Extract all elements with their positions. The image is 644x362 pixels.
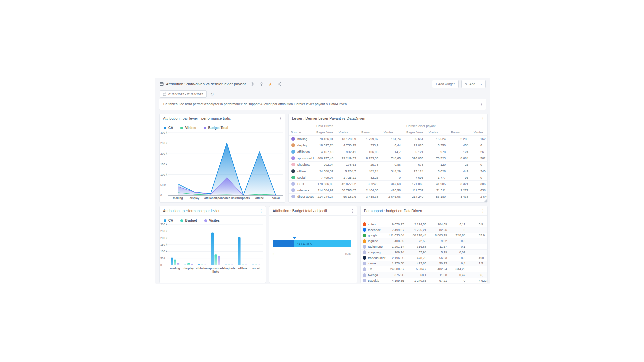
source-cell: affiliation — [289, 150, 314, 154]
add-menu-button[interactable]: ✎ Add ... ▾ — [461, 80, 486, 88]
table-cell: 3 724,9 — [359, 182, 382, 186]
column-header: Visites — [337, 130, 359, 134]
svg-text:offline: offline — [238, 267, 247, 270]
table-cell: 8 803,79 — [429, 234, 450, 237]
svg-text:sponsoredlinks: sponsoredlinks — [208, 267, 223, 274]
description-kebab-menu-icon[interactable]: ⋮ — [480, 102, 483, 106]
table-cell: 490 — [468, 256, 487, 260]
source-cell: TV — [361, 267, 387, 271]
svg-text:300 k: 300 k — [160, 223, 168, 226]
table-cell: 178 686,89 — [314, 182, 337, 186]
svg-text:250 k: 250 k — [160, 141, 168, 145]
source-cell: shopping — [361, 250, 387, 254]
date-range-picker[interactable]: 01/18/2025 - 01/24/2025 — [160, 90, 207, 98]
trafic-legend: CAVisitesBudget Total — [160, 123, 285, 130]
table-cell: 0 — [472, 176, 487, 179]
social-icon — [291, 176, 295, 179]
dashboard-window-icon — [160, 82, 164, 86]
settings-gear-icon[interactable] — [251, 82, 255, 86]
table-cell: 6,4 — [450, 262, 468, 265]
legend-dot-icon — [180, 219, 183, 222]
panel-performance-chart: Attribution : performance par levier ⋮ C… — [159, 206, 266, 283]
offline-icon — [291, 169, 295, 173]
description-text: Ce tableau de bord permet d'analyser la … — [163, 102, 347, 106]
leguide-icon — [363, 239, 366, 243]
table-cell: 14,7 — [382, 150, 404, 154]
table-cell: 0,3 — [450, 239, 468, 243]
source-cell: criteo — [361, 222, 387, 226]
bullet-marker-row — [273, 237, 354, 240]
column-header: Panier — [449, 130, 472, 134]
legend-dot-icon — [180, 127, 183, 129]
description-panel: Ce tableau de bord permet d'analyser la … — [159, 99, 486, 110]
source-label: social — [297, 176, 305, 179]
source-label: criteo — [368, 223, 376, 226]
panel-levier-kebab-icon[interactable]: ⋮ — [481, 116, 485, 121]
table-cell: 95 — [449, 176, 472, 179]
table-cell: 748,65 — [382, 156, 404, 160]
panel-support-kebab-icon[interactable]: ⋮ — [481, 209, 485, 213]
pencil-icon: ✎ — [465, 82, 468, 86]
source-label: SEO — [297, 182, 304, 186]
date-row: 01/18/2025 - 01/24/2025 ↻ — [155, 90, 490, 98]
table-cell: 344,29 — [382, 169, 404, 173]
share-icon[interactable] — [277, 82, 281, 86]
source-cell: leguide — [361, 239, 387, 243]
criteo-icon — [363, 222, 366, 226]
legend-dot-icon — [204, 127, 206, 129]
favorite-star-icon[interactable]: ★ — [268, 82, 272, 86]
table-cell: 3 321 — [449, 182, 472, 186]
table-cell: 2 404,36 — [359, 188, 382, 192]
pin-icon[interactable] — [260, 82, 263, 86]
add-widget-label: + Add widget — [435, 82, 455, 86]
panel-performance-title: Attribution : performance par levier — [160, 206, 266, 216]
legend-item-visites[interactable]: Visites — [204, 219, 220, 222]
refresh-icon[interactable]: ↻ — [210, 92, 214, 96]
legend-label: Budget — [185, 219, 197, 222]
shopping-icon — [363, 250, 366, 254]
table-cell: 18 527,78 — [314, 143, 337, 147]
budget-bullet-chart: 41 611,88 € 0 150k — [269, 237, 357, 256]
dashboard: Attribution : data-diven vs dernier levi… — [155, 78, 490, 284]
table-cell: 7 693 — [404, 176, 427, 179]
table-row: tradedoubler2 196,55478,7656,038,3490 — [361, 255, 487, 261]
source-cell: direct access — [289, 195, 314, 198]
legend-item-ca[interactable]: CA — [164, 219, 173, 222]
column-header: Pages Vues — [314, 130, 337, 134]
table-cell: 2 277 — [449, 188, 472, 192]
panel-budget-kebab-icon[interactable]: ⋮ — [351, 209, 354, 213]
legend-item-visites[interactable]: Visites — [180, 126, 196, 130]
table-cell: 902,41 — [337, 150, 359, 154]
legend-item-budget-total[interactable]: Budget Total — [204, 126, 228, 130]
bullet-axis-max: 150k — [345, 252, 351, 256]
facebook-icon — [363, 228, 366, 232]
resize-handle[interactable] — [484, 199, 487, 202]
chevron-down-icon: ▾ — [481, 83, 482, 86]
bullet-axis-min: 0 — [273, 252, 274, 256]
display-icon — [291, 143, 295, 147]
panel-performance-kebab-icon[interactable]: ⋮ — [259, 209, 263, 213]
legend-item-budget[interactable]: Budget — [180, 219, 197, 222]
add-widget-button[interactable]: + Add widget — [432, 80, 459, 88]
table-cell: 204,69 — [429, 223, 450, 226]
table-cell: 0,1 — [450, 245, 468, 248]
svg-text:150 k: 150 k — [160, 243, 168, 246]
table-cell: 68,1 — [407, 273, 429, 277]
legend-item-ca[interactable]: CA — [164, 126, 173, 130]
trafic-area-chart: 300 k250 k200 k150 k100 k50 k0mailingdis… — [160, 130, 284, 200]
table-cell: 22 020 — [404, 143, 427, 147]
levier-group-dernier-levier: Dernier levier payant — [404, 124, 487, 128]
table-row: zanox1 970,58423,6550,936,41 5 — [361, 261, 487, 267]
svg-text:display: display — [184, 267, 194, 270]
panel-trafic-kebab-icon[interactable]: ⋮ — [279, 116, 282, 121]
legend-label: CA — [168, 219, 173, 222]
source-label: google — [368, 234, 377, 237]
referrers-icon — [291, 188, 295, 192]
source-cell: shopbots — [289, 163, 314, 166]
svg-text:100 k: 100 k — [160, 173, 168, 176]
table-cell: 1 240,63 — [407, 279, 429, 282]
svg-text:100 k: 100 k — [160, 250, 168, 253]
source-cell: offline — [289, 169, 314, 173]
table-cell: 5 121 — [404, 150, 427, 154]
source-label: radiumone — [368, 245, 383, 248]
